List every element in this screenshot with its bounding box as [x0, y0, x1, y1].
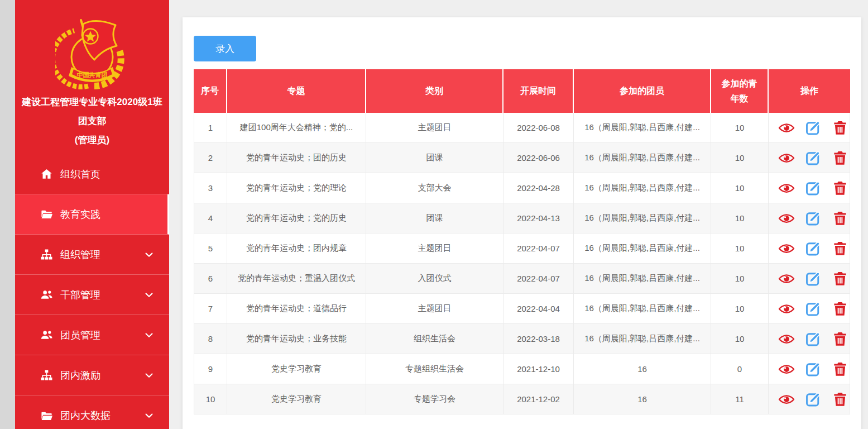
cell-members: 16（周晨阳,郭聪,吕西康,付建... — [574, 113, 711, 143]
edit-button[interactable] — [805, 210, 822, 227]
edit-icon — [805, 270, 822, 287]
cell-topic: 党的青年运动史；道德品行 — [227, 294, 366, 324]
eye-icon — [778, 391, 795, 408]
cell-members: 16（周晨阳,郭聪,吕西康,付建... — [574, 233, 711, 264]
trash-icon — [832, 331, 848, 347]
eye-icon — [778, 240, 795, 257]
table-row: 10 党史学习教育 专题学习会 2021-12-02 16 11 — [194, 384, 850, 414]
cell-index: 6 — [194, 264, 227, 294]
view-button[interactable] — [778, 240, 795, 257]
sidebar-item-incentive[interactable]: 团内激励 — [15, 355, 169, 395]
trash-icon — [832, 270, 848, 287]
edit-button[interactable] — [805, 301, 822, 317]
cell-date: 2022-04-07 — [503, 264, 574, 294]
trash-icon — [832, 210, 848, 227]
view-button[interactable] — [778, 301, 795, 317]
cell-date: 2022-04-13 — [503, 203, 574, 233]
cell-youth-count: 10 — [711, 264, 769, 294]
delete-button[interactable] — [832, 150, 848, 166]
edit-button[interactable] — [805, 391, 822, 408]
delete-button[interactable] — [832, 270, 848, 287]
sidebar-item-org[interactable]: 组织管理 — [15, 235, 169, 275]
column-header: 操作 — [769, 69, 850, 113]
table-row: 1 建团100周年大会精神；党的... 主题团日 2022-06-08 16（周… — [194, 113, 850, 143]
cell-index: 7 — [194, 294, 227, 324]
cell-index: 10 — [194, 384, 227, 414]
cell-date: 2022-06-06 — [503, 143, 574, 173]
cell-topic: 建团100周年大会精神；党的... — [227, 113, 366, 143]
delete-button[interactable] — [832, 361, 848, 378]
cell-youth-count: 10 — [711, 203, 769, 233]
cell-actions — [769, 203, 850, 233]
edit-icon — [805, 361, 822, 378]
sitemap-icon — [40, 369, 53, 382]
delete-button[interactable] — [832, 240, 848, 257]
cell-topic: 党的青年运动史；党的历史 — [227, 203, 366, 233]
cell-date: 2022-04-04 — [503, 294, 574, 324]
cell-topic: 党的青年运动史；业务技能 — [227, 324, 366, 354]
trash-icon — [832, 391, 848, 408]
sidebar-item-education[interactable]: 教育实践 — [15, 194, 169, 235]
edit-icon — [805, 210, 822, 227]
cell-index: 1 — [194, 113, 227, 143]
view-button[interactable] — [778, 150, 795, 166]
view-button[interactable] — [778, 210, 795, 227]
delete-button[interactable] — [832, 120, 848, 136]
org-title: 建设工程管理专业专科2020级1班 团支部 (管理员) — [15, 93, 169, 150]
view-button[interactable] — [778, 331, 795, 347]
view-button[interactable] — [778, 120, 795, 136]
folder-open-icon — [40, 409, 53, 422]
cell-actions — [769, 354, 850, 384]
edit-button[interactable] — [805, 361, 822, 378]
column-header: 开展时间 — [503, 69, 574, 113]
sidebar-item-cadre[interactable]: 干部管理 — [15, 275, 169, 315]
delete-button[interactable] — [832, 180, 848, 197]
table-row: 2 党的青年运动史；团的历史 团课 2022-06-06 16（周晨阳,郭聪,吕… — [194, 143, 850, 173]
edit-button[interactable] — [805, 150, 822, 166]
edit-icon — [805, 150, 822, 166]
sidebar-item-home[interactable]: 组织首页 — [15, 154, 169, 194]
cell-actions — [769, 324, 850, 354]
view-button[interactable] — [778, 391, 795, 408]
cell-youth-count: 10 — [711, 294, 769, 324]
cell-category: 专题组织生活会 — [366, 354, 503, 384]
cell-date: 2021-12-02 — [503, 384, 574, 414]
cell-topic: 党史学习教育 — [227, 354, 366, 384]
table-row: 5 党的青年运动史；团内规章 主题团日 2022-04-07 16（周晨阳,郭聪… — [194, 233, 850, 264]
eye-icon — [778, 120, 795, 136]
edit-icon — [805, 331, 822, 347]
table-row: 6 党的青年运动史；重温入团仪式 入团仪式 2022-04-07 16（周晨阳,… — [194, 264, 850, 294]
edit-icon — [805, 240, 822, 257]
chevron-down-icon — [143, 330, 155, 341]
eye-icon — [778, 180, 795, 197]
edit-button[interactable] — [805, 120, 822, 136]
cell-category: 主题团日 — [366, 233, 503, 264]
cell-index: 4 — [194, 203, 227, 233]
cell-youth-count: 10 — [711, 233, 769, 264]
view-button[interactable] — [778, 361, 795, 378]
delete-button[interactable] — [832, 391, 848, 408]
sidebar-menu: 组织首页 教育实践 组织管理 干部管理 团员管理 团内激励 团内大数据 — [15, 154, 169, 429]
cell-date: 2022-04-28 — [503, 173, 574, 203]
delete-button[interactable] — [832, 301, 848, 317]
view-button[interactable] — [778, 270, 795, 287]
trash-icon — [832, 180, 848, 197]
folder-open-icon — [40, 208, 53, 221]
edit-button[interactable] — [805, 331, 822, 347]
activities-table: 序号专题类别开展时间参加的团员参加的青年数操作 1 建团100周年大会精神；党的… — [194, 69, 850, 414]
sidebar-item-member[interactable]: 团员管理 — [15, 315, 169, 355]
table-row: 8 党的青年运动史；业务技能 组织生活会 2022-03-18 16（周晨阳,郭… — [194, 324, 850, 354]
edit-button[interactable] — [805, 270, 822, 287]
add-record-button[interactable]: 录入 — [194, 36, 256, 61]
view-button[interactable] — [778, 180, 795, 197]
edit-button[interactable] — [805, 240, 822, 257]
chevron-down-icon — [143, 370, 155, 381]
delete-button[interactable] — [832, 331, 848, 347]
cell-youth-count: 10 — [711, 113, 769, 143]
edit-button[interactable] — [805, 180, 822, 197]
cell-date: 2022-04-07 — [503, 233, 574, 264]
sidebar-item-bigdata[interactable]: 团内大数据 — [15, 395, 169, 429]
delete-button[interactable] — [832, 210, 848, 227]
svg-text:中国共青团: 中国共青团 — [77, 72, 108, 79]
app-window: 中国共青团 建设工程管理专业专科2020级1班 团支部 (管理员) 组织首页 教… — [0, 0, 868, 429]
